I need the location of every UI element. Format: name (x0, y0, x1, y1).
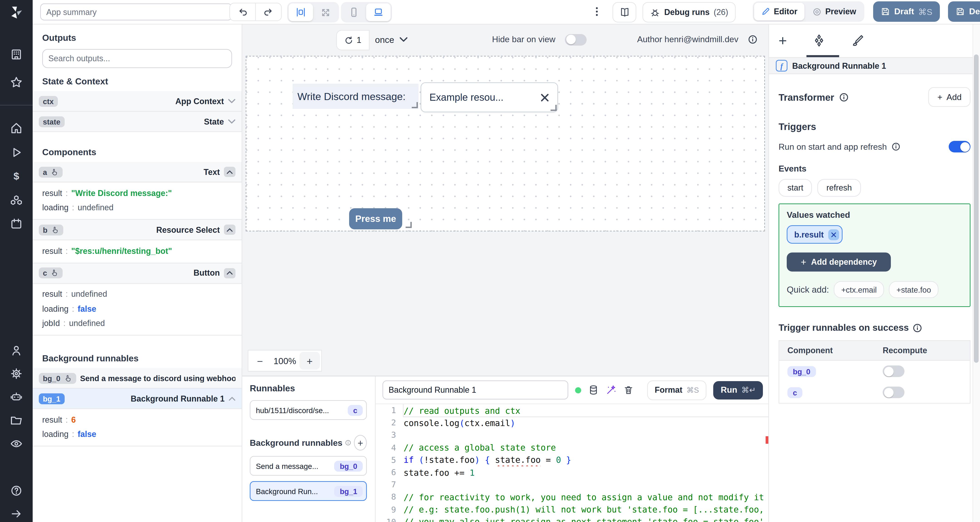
app-canvas[interactable]: Write Discord message: Example resou... … (246, 56, 765, 231)
recompute-toggle-c[interactable] (883, 387, 904, 398)
run-button[interactable]: Run ⌘↵ (713, 381, 763, 399)
tab-insert-plus[interactable]: + (778, 33, 787, 48)
scrollbar-thumb[interactable] (974, 54, 978, 363)
recompute-toggle-bg0[interactable] (883, 366, 904, 377)
text-component[interactable]: Write Discord message: (293, 84, 418, 109)
component-b-row[interactable]: b Resource Select (33, 220, 242, 240)
resize-handle[interactable] (406, 222, 412, 228)
docs-book-button[interactable] (612, 2, 636, 22)
tab-settings-diamonds-icon[interactable] (813, 34, 826, 47)
device-toggle-group (341, 2, 392, 22)
debug-runs-button[interactable]: Debug runs (26) (643, 2, 736, 22)
ctx-row[interactable]: ctx App Context (33, 91, 242, 111)
collapse-button[interactable] (224, 167, 235, 177)
tab-preview[interactable]: Preview (805, 3, 863, 21)
code-line[interactable]: 5if (!state.foo) { state.foo = 0 } (375, 454, 768, 466)
hide-bar-toggle[interactable] (565, 34, 587, 45)
add-bg-runnable-button[interactable]: + (354, 435, 367, 450)
bg1-row[interactable]: bg_1 Background Runnable 1 (33, 388, 242, 409)
code-line[interactable]: 10// you may also just reassign as next … (375, 516, 768, 522)
runnable-item-bg1-selected[interactable]: Background Run... bg_1 (250, 481, 367, 501)
format-button[interactable]: Format ⌘S (647, 380, 706, 400)
runnable-name-input[interactable] (382, 380, 568, 399)
zoom-in-button[interactable]: + (299, 352, 320, 369)
runs-play-icon[interactable] (0, 146, 33, 159)
info-icon[interactable] (839, 92, 848, 102)
mobile-view-toggle[interactable] (342, 3, 366, 21)
chevron-down-icon[interactable] (228, 119, 235, 124)
kebab-menu-icon[interactable] (592, 5, 601, 18)
variables-dollar-icon[interactable]: $ (0, 170, 33, 182)
collapse-arrow-icon[interactable] (0, 507, 33, 520)
collapse-button[interactable] (224, 268, 235, 278)
add-transformer-button[interactable]: + Add (929, 87, 970, 107)
bottom-panel: Runnables hub/1511/discord/se... c Backg… (242, 376, 768, 522)
code-line[interactable]: 3 (375, 429, 768, 441)
clear-x-icon[interactable] (540, 93, 549, 102)
code-line[interactable]: 4// access a global state store (375, 441, 768, 454)
quick-add-ctx-email[interactable]: +ctx.email (834, 281, 884, 298)
chevron-down-icon[interactable] (228, 99, 235, 103)
user-icon[interactable] (0, 344, 33, 357)
code-area[interactable]: 1// read outputs and ctx 2console.log(ct… (375, 404, 768, 522)
code-line[interactable]: 8// for reactivity to work, you need to … (375, 491, 768, 503)
component-a-row[interactable]: a Text (33, 162, 242, 182)
run-on-start-toggle[interactable] (949, 141, 970, 153)
windmill-logo[interactable] (0, 5, 33, 20)
state-row[interactable]: state State (33, 111, 242, 132)
redo-button[interactable] (255, 3, 281, 21)
runnable-item-main[interactable]: hub/1511/discord/se... c (250, 400, 367, 420)
center-layout-toggle[interactable] (288, 3, 313, 21)
runnable-item-bg0[interactable]: Send a message... bg_0 (250, 456, 367, 476)
add-dependency-button[interactable]: + Add dependency (787, 253, 891, 272)
collapse-button[interactable] (224, 224, 235, 235)
schedules-calendar-icon[interactable] (0, 217, 33, 231)
eye-icon[interactable] (0, 437, 33, 450)
resize-handle[interactable] (550, 105, 557, 111)
remove-watched-x-icon[interactable] (829, 229, 839, 240)
code-line[interactable]: 6state.foo += 1 (375, 466, 768, 479)
info-icon[interactable] (891, 142, 900, 151)
desktop-view-toggle[interactable] (366, 3, 391, 21)
resource-select-component[interactable]: Example resou... (421, 82, 558, 112)
deploy-button[interactable]: Deploy (948, 2, 980, 22)
ai-robot-icon[interactable] (0, 390, 33, 404)
bg0-row[interactable]: bg_0 Send a message to discord using web… (33, 368, 242, 388)
ai-wand-icon[interactable] (606, 385, 617, 395)
resize-handle[interactable] (412, 102, 418, 108)
code-line[interactable]: 7 (375, 479, 768, 491)
component-b-outputs: result:"$res:u/henri/testing_bot" (33, 240, 242, 263)
folder-icon[interactable] (0, 414, 33, 427)
refresh-mode-dropdown[interactable]: once (375, 30, 408, 49)
info-icon[interactable] (345, 439, 351, 446)
chevron-up-icon[interactable] (229, 396, 235, 401)
apps-icon[interactable] (0, 48, 33, 61)
editor-header: Format ⌘S Run ⌘↵ (375, 376, 768, 404)
draft-button[interactable]: Draft ⌘S (873, 2, 940, 22)
fullscreen-expand-toggle[interactable] (314, 3, 337, 21)
quick-add-state-foo[interactable]: +state.foo (889, 281, 939, 298)
search-outputs-input[interactable] (42, 49, 232, 68)
info-icon[interactable] (748, 35, 757, 44)
cache-database-icon[interactable] (588, 385, 599, 395)
panel-scrollbar[interactable] (972, 24, 980, 522)
help-icon[interactable] (0, 484, 33, 498)
component-c-row[interactable]: c Button (33, 263, 242, 283)
code-line[interactable]: 9// e.g: state.foo.push(1) will not work… (375, 503, 768, 516)
home-icon[interactable] (0, 121, 33, 135)
resources-cubes-icon[interactable] (0, 194, 33, 208)
tab-editor[interactable]: Editor (754, 3, 804, 21)
button-component[interactable]: Press me (349, 208, 402, 229)
zoom-out-button[interactable]: − (248, 355, 272, 367)
table-row: c (779, 382, 970, 403)
settings-gear-icon[interactable] (0, 367, 33, 380)
app-summary-input[interactable] (40, 3, 232, 21)
code-line[interactable]: 1// read outputs and ctx (375, 404, 768, 417)
code-line[interactable]: 2console.log(ctx.email) (375, 417, 768, 429)
tab-style-brush-icon[interactable] (851, 34, 864, 47)
refresh-count-button[interactable]: 1 (336, 30, 369, 50)
delete-trash-icon[interactable] (624, 385, 633, 395)
info-icon[interactable] (913, 323, 923, 333)
undo-button[interactable] (230, 3, 255, 21)
favorites-star-icon[interactable] (0, 76, 33, 89)
